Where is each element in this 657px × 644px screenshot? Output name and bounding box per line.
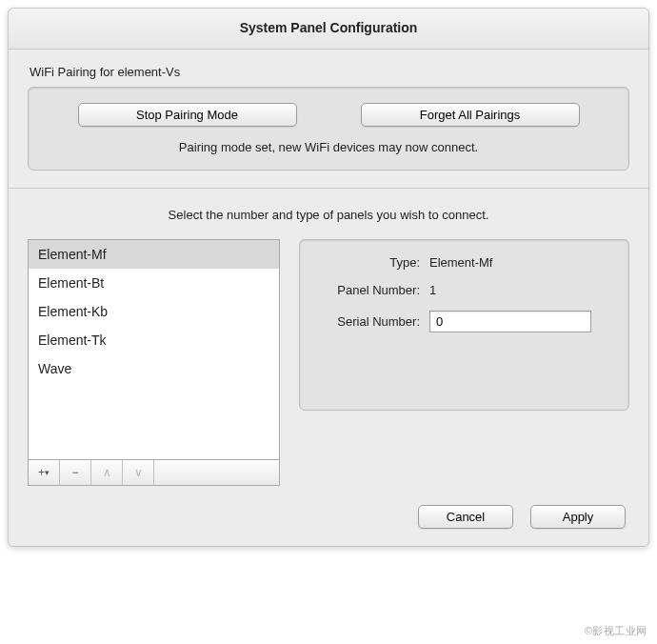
- controls-spacer: [154, 460, 279, 485]
- window-title: System Panel Configuration: [9, 9, 648, 50]
- panels-instruction: Select the number and type of panels you…: [9, 208, 648, 222]
- stop-pairing-button[interactable]: Stop Pairing Mode: [78, 103, 297, 127]
- cancel-button[interactable]: Cancel: [418, 505, 513, 529]
- config-window: System Panel Configuration WiFi Pairing …: [8, 8, 649, 547]
- type-label: Type:: [315, 255, 429, 270]
- pairing-status: Pairing mode set, new WiFi devices may n…: [42, 136, 615, 156]
- serial-number-label: Serial Number:: [315, 314, 429, 329]
- list-item[interactable]: Element-Tk: [29, 326, 279, 354]
- pairing-group-label: WiFi Pairing for element-Vs: [30, 65, 629, 79]
- list-item[interactable]: Wave: [29, 354, 279, 383]
- watermark: ©影视工业网: [585, 624, 647, 638]
- panel-type-list[interactable]: Element-Mf Element-Bt Element-Kb Element…: [28, 239, 280, 460]
- move-up-button[interactable]: ∧: [91, 460, 123, 485]
- panel-number-value: 1: [429, 283, 436, 297]
- section-divider: [9, 188, 648, 189]
- panel-number-label: Panel Number:: [315, 283, 429, 297]
- dropdown-icon: ▾: [45, 468, 50, 477]
- list-item[interactable]: Element-Kb: [29, 297, 279, 326]
- serial-number-input[interactable]: [429, 311, 591, 332]
- move-down-button[interactable]: ∨: [123, 460, 154, 485]
- list-item[interactable]: Element-Bt: [29, 269, 279, 297]
- forget-pairings-button[interactable]: Forget All Pairings: [361, 103, 580, 127]
- pairing-section: WiFi Pairing for element-Vs Stop Pairing…: [9, 50, 648, 171]
- remove-button[interactable]: −: [60, 460, 91, 485]
- list-controls: +▾ − ∧ ∨: [28, 460, 280, 486]
- apply-button[interactable]: Apply: [530, 505, 626, 529]
- type-value: Element-Mf: [429, 255, 492, 270]
- pairing-box: Stop Pairing Mode Forget All Pairings Pa…: [28, 87, 629, 171]
- panel-details: Type: Element-Mf Panel Number: 1 Serial …: [299, 239, 629, 411]
- list-item[interactable]: Element-Mf: [29, 240, 279, 269]
- add-button[interactable]: +▾: [29, 460, 60, 485]
